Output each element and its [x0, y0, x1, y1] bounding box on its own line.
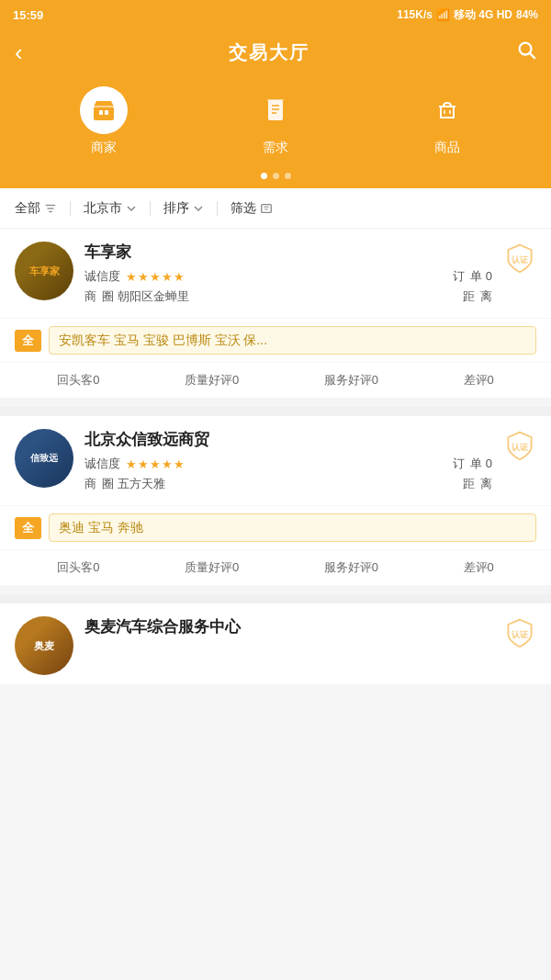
separator-2	[0, 594, 551, 603]
merchant-card-2[interactable]: 信致远 北京众信致远商贸 诚信度 ★★★★★ 订 单 0 商 圈 五方天雅	[0, 416, 551, 585]
distance-sub-1: 离	[480, 288, 492, 305]
filter-bar: 全部 北京市 排序 筛选	[0, 188, 551, 229]
stat-bad-1: 差评0	[464, 372, 494, 389]
merchant-name-1: 车享家	[84, 242, 492, 263]
stat-return-2: 回头客0	[57, 559, 99, 576]
tab-bar: 商家 需求 商品	[0, 79, 551, 173]
svg-rect-6	[268, 100, 283, 120]
svg-rect-2	[94, 107, 114, 120]
page-title: 交易大厅	[229, 40, 309, 65]
avatar-text-3: 奥麦	[34, 639, 54, 653]
merchant-card-1[interactable]: 车享家 车享家 诚信度 ★★★★★ 订 单 0 商 圈 朝阳区金蝉里	[0, 229, 551, 398]
filter-all[interactable]: 全部	[15, 188, 68, 228]
stars-2: ★★★★★	[126, 457, 186, 471]
stat-bad-2: 差评0	[464, 559, 494, 576]
dot-inactive-1	[273, 173, 279, 179]
svg-text:认证: 认证	[512, 443, 529, 452]
distance-sub-2: 离	[480, 476, 492, 492]
filter-all-label: 全部	[15, 200, 40, 217]
chevron-down-icon-sort	[193, 203, 204, 214]
tab-merchants[interactable]: 商家	[67, 86, 141, 156]
merchant-top-1: 车享家 车享家 诚信度 ★★★★★ 订 单 0 商 圈 朝阳区金蝉里	[0, 229, 551, 318]
merchant-avatar-2: 信致远	[15, 429, 73, 488]
filter-sort[interactable]: 排序	[152, 188, 215, 228]
header: ‹ 交易大厅	[0, 29, 551, 79]
merchant-card-3[interactable]: 奥麦 奥麦汽车综合服务中心 认证	[0, 603, 551, 684]
distance-label-1: 距	[463, 288, 475, 305]
separator-1	[0, 407, 551, 416]
order-label-1: 订	[453, 268, 465, 285]
svg-text:认证: 认证	[512, 255, 529, 265]
brand-row-2: 全 奥迪 宝马 奔驰	[0, 505, 551, 550]
brand-row-1: 全 安凯客车 宝马 宝骏 巴博斯 宝沃 保...	[0, 318, 551, 363]
stat-return-1: 回头客0	[57, 372, 99, 389]
merchant-info-1: 车享家 诚信度 ★★★★★ 订 单 0 商 圈 朝阳区金蝉里 距 离	[84, 242, 492, 309]
filter-city[interactable]: 北京市	[73, 188, 148, 228]
search-button[interactable]	[516, 39, 536, 65]
back-button[interactable]: ‹	[15, 39, 23, 67]
avatar-text-1: 车享家	[29, 265, 60, 277]
merchant-meta-location-1: 商 圈 朝阳区金蝉里 距 离	[84, 288, 492, 305]
status-battery: 84%	[516, 8, 538, 21]
credit-label-1: 诚信度	[84, 268, 120, 285]
status-bar: 15:59 115K/s 📶 移动 4G HD 84%	[0, 0, 551, 29]
merchant-meta-location-2: 商 圈 五方天雅 距 离	[84, 476, 492, 492]
tab-products-icon-wrap	[423, 86, 471, 134]
merchant-meta-credit-2: 诚信度 ★★★★★ 订 单 0	[84, 456, 492, 472]
filter-sort-label: 排序	[163, 200, 189, 217]
divider-3	[217, 201, 218, 216]
svg-text:认证: 认证	[512, 630, 529, 639]
tab-merchants-icon-wrap	[80, 86, 128, 134]
merchant-top-2: 信致远 北京众信致远商贸 诚信度 ★★★★★ 订 单 0 商 圈 五方天雅	[0, 416, 551, 505]
divider-1	[70, 201, 71, 216]
filter-screen-label: 筛选	[231, 200, 256, 217]
verify-badge-3: 认证	[503, 616, 536, 649]
stats-row-1: 回头客0 质量好评0 服务好评0 差评0	[0, 363, 551, 398]
dot-indicator	[0, 173, 551, 188]
stat-quality-1: 质量好评0	[185, 372, 239, 389]
filter-screen[interactable]: 筛选	[219, 188, 284, 228]
chevron-down-icon-city	[126, 203, 137, 214]
avatar-text-2: 信致远	[30, 452, 58, 465]
stars-1: ★★★★★	[126, 270, 186, 284]
filter-city-label: 北京市	[84, 200, 122, 217]
tab-merchants-label: 商家	[91, 140, 117, 156]
status-right: 115K/s 📶 移动 4G HD 84%	[397, 7, 538, 23]
stats-row-2: 回头客0 质量好评0 服务好评0 差评0	[0, 550, 551, 585]
merchant-info-2: 北京众信致远商贸 诚信度 ★★★★★ 订 单 0 商 圈 五方天雅 距	[84, 429, 492, 496]
brand-all-tag-2: 全	[15, 517, 41, 539]
verify-badge-1: 认证	[503, 242, 536, 275]
svg-rect-3	[99, 110, 103, 115]
brand-all-tag-1: 全	[15, 330, 41, 352]
merchant-avatar-3: 奥麦	[15, 616, 73, 675]
distance-label-2: 距	[463, 476, 475, 492]
status-signal-icons: 📶	[436, 8, 450, 21]
merchant-info-3: 奥麦汽车综合服务中心	[84, 616, 492, 643]
stat-service-2: 服务好评0	[324, 559, 378, 576]
credit-label-2: 诚信度	[84, 456, 120, 472]
merchant-meta-credit-1: 诚信度 ★★★★★ 订 单 0	[84, 268, 492, 285]
brand-tags-wrap-2: 奥迪 宝马 奔驰	[49, 513, 536, 542]
order-sub-2: 单 0	[470, 456, 492, 472]
status-speed: 115K/s	[397, 8, 433, 21]
dot-active	[261, 173, 267, 179]
tab-products-label: 商品	[434, 140, 460, 156]
tab-demands-label: 需求	[263, 140, 288, 156]
products-icon	[434, 97, 460, 123]
tab-demands-icon-wrap	[252, 86, 299, 134]
order-label-2: 订	[453, 456, 465, 472]
status-time: 15:59	[13, 8, 43, 22]
circle-sub-1: 圈 朝阳区金蝉里	[102, 288, 189, 305]
svg-rect-13	[262, 204, 272, 212]
verify-badge-2: 认证	[503, 429, 536, 462]
merchants-icon	[91, 97, 117, 123]
divider-2	[150, 201, 151, 216]
tab-products[interactable]: 商品	[410, 86, 484, 156]
dot-inactive-2	[285, 173, 291, 179]
svg-rect-4	[105, 110, 108, 115]
filter-all-icon	[44, 202, 57, 215]
tab-demands[interactable]: 需求	[239, 86, 312, 156]
stat-quality-2: 质量好评0	[185, 559, 239, 576]
merchant-avatar-1: 车享家	[15, 242, 73, 300]
circle-label-1: 商	[84, 288, 96, 305]
